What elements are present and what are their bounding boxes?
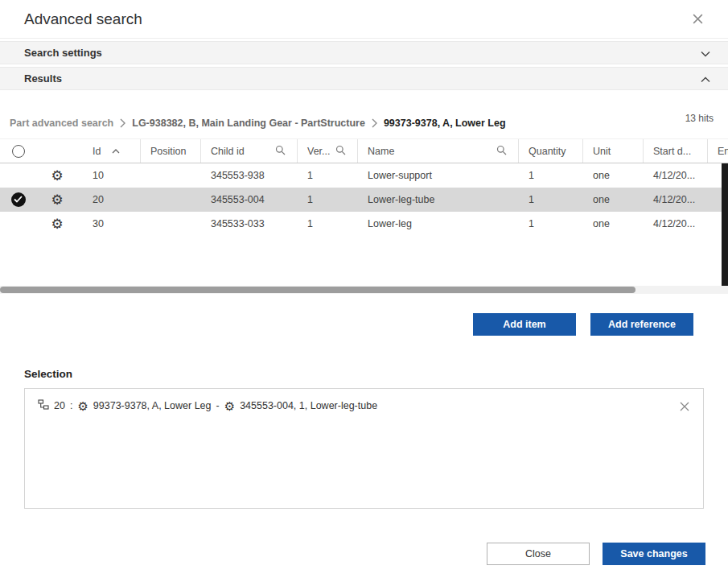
row-gear-cell: ⚙: [36, 193, 78, 207]
select-all-checkbox[interactable]: [12, 145, 25, 158]
column-label-unit: Unit: [593, 146, 611, 157]
selection-section: Selection 20 : ⚙ 99373-9378, A, Lower Le…: [0, 368, 728, 509]
breadcrumb-root[interactable]: Part advanced search: [10, 118, 113, 129]
row-selected-checkbox[interactable]: [11, 192, 26, 207]
section-header-search-settings[interactable]: Search settings: [0, 41, 728, 64]
gear-icon[interactable]: ⚙: [51, 169, 63, 183]
header-gear-cell: [36, 139, 78, 163]
cell-name: Lower-support: [358, 170, 519, 181]
vertical-scrollbar[interactable]: [722, 163, 728, 294]
cell-version: 1: [298, 218, 358, 229]
cell-start-date: 4/12/20...: [644, 194, 708, 205]
cell-name: Lower-leg: [358, 218, 519, 229]
table-header-row: Id Position Child id Ver...: [0, 138, 728, 163]
selection-item-child: 345553-004, 1, Lower-leg-tube: [240, 400, 377, 411]
cell-child-id: 345533-033: [201, 218, 298, 229]
selection-box: 20 : ⚙ 99373-9378, A, Lower Leg - ⚙ 3455…: [24, 388, 704, 509]
dialog-header: Advanced search: [0, 0, 728, 39]
column-header-id[interactable]: Id: [78, 139, 141, 163]
section-header-results[interactable]: Results: [0, 67, 728, 90]
horizontal-scrollbar-track[interactable]: [0, 286, 728, 294]
sort-ascending-icon: [112, 149, 120, 154]
results-label: Results: [24, 72, 62, 85]
search-icon[interactable]: [335, 145, 346, 158]
results-table: Id Position Child id Ver...: [0, 138, 728, 294]
dialog-close-button[interactable]: [689, 10, 707, 28]
gear-icon[interactable]: ⚙: [51, 217, 63, 231]
breadcrumb: Part advanced search LG-938382, B, Main …: [10, 118, 506, 129]
cell-quantity: 1: [519, 194, 583, 205]
column-label-id: Id: [93, 146, 101, 157]
search-icon[interactable]: [496, 145, 507, 158]
breadcrumb-parent[interactable]: LG-938382, B, Main Landing Gear - PartSt…: [132, 118, 365, 129]
cell-unit: one: [583, 218, 644, 229]
cell-child-id: 345553-938: [201, 170, 298, 181]
add-item-button[interactable]: Add item: [473, 313, 576, 336]
column-label-position: Position: [150, 146, 186, 157]
table-row-selected[interactable]: ⚙ 20 345553-004 1 Lower-leg-tube 1 one 4…: [0, 188, 728, 212]
cell-id: 20: [78, 194, 141, 205]
add-reference-button[interactable]: Add reference: [590, 313, 693, 336]
dialog-title: Advanced search: [24, 10, 142, 28]
close-icon: [692, 15, 704, 27]
gear-icon: ⚙: [224, 400, 235, 412]
column-label-end-date: End: [718, 146, 728, 157]
column-header-version[interactable]: Ver...: [298, 139, 358, 163]
table-row[interactable]: ⚙ 10 345553-938 1 Lower-support 1 one 4/…: [0, 163, 728, 188]
cell-name: Lower-leg-tube: [358, 194, 519, 205]
breadcrumb-current: 99373-9378, A, Lower Leg: [384, 118, 506, 129]
row-select-cell[interactable]: [0, 192, 36, 207]
cell-start-date: 4/12/20...: [644, 170, 708, 181]
table-body: ⚙ 10 345553-938 1 Lower-support 1 one 4/…: [0, 163, 728, 286]
selection-item-colon: :: [70, 400, 72, 411]
cell-id: 10: [78, 170, 141, 181]
column-label-child-id: Child id: [211, 146, 245, 157]
remove-selection-button[interactable]: [676, 398, 693, 415]
results-meta: 13 hits Part advanced search LG-938382, …: [0, 90, 728, 138]
gear-icon: ⚙: [77, 400, 88, 412]
cell-version: 1: [298, 194, 358, 205]
selection-item: 20 : ⚙ 99373-9378, A, Lower Leg - ⚙ 3455…: [38, 399, 690, 412]
select-all-cell: [0, 139, 36, 163]
selection-item-parent: 99373-9378, A, Lower Leg: [93, 400, 212, 411]
dialog-footer: Close Save changes: [0, 543, 728, 565]
search-settings-label: Search settings: [24, 47, 102, 59]
chevron-down-icon: [701, 46, 710, 60]
column-header-name[interactable]: Name: [358, 139, 519, 163]
results-panel: 13 hits Part advanced search LG-938382, …: [0, 90, 728, 336]
close-icon: [679, 403, 690, 415]
column-header-quantity[interactable]: Quantity: [519, 139, 583, 163]
hits-count: 13 hits: [685, 113, 714, 124]
check-icon: [14, 194, 23, 205]
column-header-start-date[interactable]: Start d...: [644, 139, 708, 163]
gear-icon[interactable]: ⚙: [51, 193, 63, 207]
column-label-version: Ver...: [307, 146, 331, 157]
chevron-right-icon: [372, 118, 377, 128]
column-header-end-date[interactable]: End: [708, 139, 728, 163]
column-label-start-date: Start d...: [653, 146, 691, 157]
selection-item-id: 20: [54, 400, 65, 411]
search-icon[interactable]: [275, 145, 286, 158]
cell-unit: one: [583, 194, 644, 205]
chevron-right-icon: [120, 118, 125, 128]
column-header-position[interactable]: Position: [141, 139, 201, 163]
row-gear-cell: ⚙: [36, 169, 78, 183]
cell-start-date: 4/12/20...: [644, 218, 708, 229]
close-button[interactable]: Close: [487, 543, 590, 565]
column-label-name: Name: [368, 146, 394, 157]
row-gear-cell: ⚙: [36, 217, 78, 231]
selection-item-dash: -: [216, 400, 220, 411]
horizontal-scrollbar-thumb[interactable]: [0, 287, 635, 293]
cell-id: 30: [78, 218, 141, 229]
column-header-child-id[interactable]: Child id: [201, 139, 298, 163]
cell-quantity: 1: [519, 170, 583, 181]
cell-quantity: 1: [519, 218, 583, 229]
table-row[interactable]: ⚙ 30 345533-033 1 Lower-leg 1 one 4/12/2…: [0, 212, 728, 236]
results-actions: Add item Add reference: [0, 294, 728, 336]
selection-title: Selection: [24, 368, 704, 380]
cell-child-id: 345553-004: [201, 194, 298, 205]
column-header-unit[interactable]: Unit: [583, 139, 644, 163]
structure-icon: [38, 399, 49, 412]
cell-unit: one: [583, 170, 644, 181]
save-changes-button[interactable]: Save changes: [603, 543, 705, 565]
